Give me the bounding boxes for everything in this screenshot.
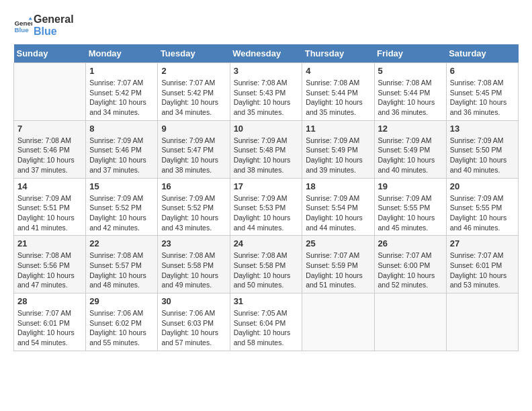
day-info: Sunrise: 7:08 AMSunset: 5:43 PMDaylight:…	[234, 78, 299, 118]
day-info: Sunrise: 7:08 AMSunset: 5:45 PMDaylight:…	[450, 78, 515, 118]
weekday-header-sunday: Sunday	[14, 44, 86, 63]
calendar-cell: 1Sunrise: 7:07 AMSunset: 5:42 PMDaylight…	[86, 63, 158, 121]
day-number: 9	[161, 124, 226, 134]
calendar-cell: 27Sunrise: 7:07 AMSunset: 6:01 PMDayligh…	[446, 236, 518, 293]
day-number: 28	[17, 296, 82, 306]
day-number: 16	[161, 181, 226, 191]
calendar-cell: 17Sunrise: 7:09 AMSunset: 5:53 PMDayligh…	[230, 178, 302, 236]
day-number: 20	[450, 181, 515, 191]
weekday-header-friday: Friday	[374, 44, 446, 63]
calendar-cell: 11Sunrise: 7:09 AMSunset: 5:49 PMDayligh…	[302, 120, 374, 178]
day-info: Sunrise: 7:09 AMSunset: 5:49 PMDaylight:…	[378, 136, 443, 175]
day-number: 30	[161, 296, 226, 306]
weekday-header-thursday: Thursday	[302, 44, 374, 63]
day-info: Sunrise: 7:08 AMSunset: 5:57 PMDaylight:…	[89, 250, 154, 290]
day-info: Sunrise: 7:09 AMSunset: 5:52 PMDaylight:…	[89, 193, 154, 233]
calendar-cell: 3Sunrise: 7:08 AMSunset: 5:43 PMDaylight…	[230, 63, 302, 121]
day-number: 19	[378, 181, 443, 191]
calendar-week-row: 14Sunrise: 7:09 AMSunset: 5:51 PMDayligh…	[14, 178, 519, 236]
day-info: Sunrise: 7:08 AMSunset: 5:58 PMDaylight:…	[161, 250, 226, 290]
calendar-cell: 31Sunrise: 7:05 AMSunset: 6:04 PMDayligh…	[230, 293, 302, 351]
calendar-cell: 15Sunrise: 7:09 AMSunset: 5:52 PMDayligh…	[86, 178, 158, 236]
logo-text-general: General	[34, 13, 74, 26]
calendar-cell: 6Sunrise: 7:08 AMSunset: 5:45 PMDaylight…	[446, 63, 518, 121]
day-number: 7	[17, 124, 82, 134]
calendar-cell: 22Sunrise: 7:08 AMSunset: 5:57 PMDayligh…	[86, 236, 158, 293]
day-info: Sunrise: 7:09 AMSunset: 5:50 PMDaylight:…	[450, 136, 515, 175]
day-info: Sunrise: 7:06 AMSunset: 6:03 PMDaylight:…	[161, 308, 226, 348]
day-number: 27	[450, 238, 515, 248]
calendar-cell: 25Sunrise: 7:07 AMSunset: 5:59 PMDayligh…	[302, 236, 374, 293]
day-info: Sunrise: 7:09 AMSunset: 5:46 PMDaylight:…	[89, 136, 154, 175]
page-header: General Blue General Blue	[13, 13, 519, 38]
day-number: 22	[89, 238, 154, 248]
calendar-cell	[14, 63, 86, 121]
day-number: 21	[17, 238, 82, 248]
day-number: 12	[378, 124, 443, 134]
calendar-cell	[446, 293, 518, 351]
calendar-cell: 18Sunrise: 7:09 AMSunset: 5:54 PMDayligh…	[302, 178, 374, 236]
day-number: 15	[89, 181, 154, 191]
day-info: Sunrise: 7:09 AMSunset: 5:55 PMDaylight:…	[378, 193, 443, 233]
calendar-cell: 2Sunrise: 7:07 AMSunset: 5:42 PMDaylight…	[158, 63, 230, 121]
day-info: Sunrise: 7:08 AMSunset: 5:46 PMDaylight:…	[17, 136, 82, 175]
day-number: 26	[378, 238, 443, 248]
day-info: Sunrise: 7:07 AMSunset: 5:42 PMDaylight:…	[89, 78, 154, 118]
day-info: Sunrise: 7:07 AMSunset: 5:59 PMDaylight:…	[306, 250, 370, 290]
day-info: Sunrise: 7:09 AMSunset: 5:55 PMDaylight:…	[450, 193, 515, 233]
calendar-cell	[374, 293, 446, 351]
day-info: Sunrise: 7:09 AMSunset: 5:53 PMDaylight:…	[234, 193, 299, 233]
day-info: Sunrise: 7:09 AMSunset: 5:52 PMDaylight:…	[161, 193, 226, 233]
day-info: Sunrise: 7:08 AMSunset: 5:56 PMDaylight:…	[17, 250, 82, 290]
day-info: Sunrise: 7:06 AMSunset: 6:02 PMDaylight:…	[89, 308, 154, 348]
calendar-cell: 23Sunrise: 7:08 AMSunset: 5:58 PMDayligh…	[158, 236, 230, 293]
svg-marker-2	[28, 17, 32, 19]
logo-icon: General Blue	[13, 16, 32, 35]
weekday-header-row: SundayMondayTuesdayWednesdayThursdayFrid…	[14, 44, 519, 63]
calendar-week-row: 7Sunrise: 7:08 AMSunset: 5:46 PMDaylight…	[14, 120, 519, 178]
day-number: 2	[161, 66, 226, 76]
day-number: 5	[378, 66, 443, 76]
calendar-cell: 30Sunrise: 7:06 AMSunset: 6:03 PMDayligh…	[158, 293, 230, 351]
day-number: 11	[306, 124, 370, 134]
day-number: 31	[234, 296, 299, 306]
calendar-cell: 19Sunrise: 7:09 AMSunset: 5:55 PMDayligh…	[374, 178, 446, 236]
day-number: 18	[306, 181, 370, 191]
day-number: 13	[450, 124, 515, 134]
calendar-cell: 13Sunrise: 7:09 AMSunset: 5:50 PMDayligh…	[446, 120, 518, 178]
day-number: 10	[234, 124, 299, 134]
day-info: Sunrise: 7:07 AMSunset: 5:42 PMDaylight:…	[161, 78, 226, 118]
calendar-cell: 28Sunrise: 7:07 AMSunset: 6:01 PMDayligh…	[14, 293, 86, 351]
day-number: 6	[450, 66, 515, 76]
day-number: 17	[234, 181, 299, 191]
calendar-cell: 9Sunrise: 7:09 AMSunset: 5:47 PMDaylight…	[158, 120, 230, 178]
day-info: Sunrise: 7:07 AMSunset: 6:00 PMDaylight:…	[378, 250, 443, 290]
day-number: 1	[89, 66, 154, 76]
day-info: Sunrise: 7:09 AMSunset: 5:48 PMDaylight:…	[234, 136, 299, 175]
calendar-cell: 10Sunrise: 7:09 AMSunset: 5:48 PMDayligh…	[230, 120, 302, 178]
day-number: 23	[161, 238, 226, 248]
day-number: 3	[234, 66, 299, 76]
day-info: Sunrise: 7:09 AMSunset: 5:49 PMDaylight:…	[306, 136, 370, 175]
calendar-cell	[302, 293, 374, 351]
calendar-week-row: 28Sunrise: 7:07 AMSunset: 6:01 PMDayligh…	[14, 293, 519, 351]
calendar-cell: 20Sunrise: 7:09 AMSunset: 5:55 PMDayligh…	[446, 178, 518, 236]
day-info: Sunrise: 7:09 AMSunset: 5:54 PMDaylight:…	[306, 193, 370, 233]
logo: General Blue General Blue	[13, 13, 74, 38]
calendar-cell: 7Sunrise: 7:08 AMSunset: 5:46 PMDaylight…	[14, 120, 86, 178]
calendar-table: SundayMondayTuesdayWednesdayThursdayFrid…	[13, 44, 519, 351]
calendar-cell: 21Sunrise: 7:08 AMSunset: 5:56 PMDayligh…	[14, 236, 86, 293]
day-info: Sunrise: 7:09 AMSunset: 5:47 PMDaylight:…	[161, 136, 226, 175]
calendar-cell: 16Sunrise: 7:09 AMSunset: 5:52 PMDayligh…	[158, 178, 230, 236]
weekday-header-saturday: Saturday	[446, 44, 518, 63]
weekday-header-wednesday: Wednesday	[230, 44, 302, 63]
day-info: Sunrise: 7:08 AMSunset: 5:44 PMDaylight:…	[378, 78, 443, 118]
calendar-week-row: 21Sunrise: 7:08 AMSunset: 5:56 PMDayligh…	[14, 236, 519, 293]
day-number: 29	[89, 296, 154, 306]
calendar-cell: 14Sunrise: 7:09 AMSunset: 5:51 PMDayligh…	[14, 178, 86, 236]
weekday-header-tuesday: Tuesday	[158, 44, 230, 63]
calendar-cell: 26Sunrise: 7:07 AMSunset: 6:00 PMDayligh…	[374, 236, 446, 293]
svg-text:Blue: Blue	[14, 26, 29, 34]
day-number: 8	[89, 124, 154, 134]
calendar-week-row: 1Sunrise: 7:07 AMSunset: 5:42 PMDaylight…	[14, 63, 519, 121]
